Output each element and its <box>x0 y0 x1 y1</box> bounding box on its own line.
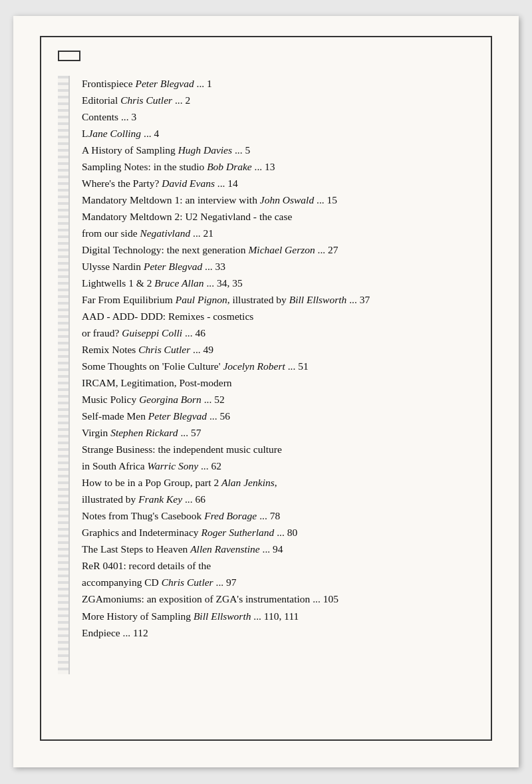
list-item: AAD - ADD- DDD: Remixes - cosmetics <box>82 309 474 325</box>
entries-list: Frontispiece Peter Blegvad ... 1Editoria… <box>82 76 474 674</box>
list-item: Contents ... 3 <box>82 109 474 125</box>
list-item: Mandatory Meltdown 2: U2 Negativland - t… <box>82 209 474 225</box>
list-item: LJane Colling ... 4 <box>82 126 474 142</box>
left-decorative-border <box>58 76 70 674</box>
list-item: Ulysse Nardin Peter Blegvad ... 33 <box>82 259 474 275</box>
list-item: from our side Negativland ... 21 <box>82 225 474 241</box>
list-item: illustrated by Frank Key ... 66 <box>82 491 474 507</box>
list-item: Mandatory Meltdown 1: an interview with … <box>82 192 474 208</box>
list-item: Far From Equilibrium Paul Pignon, illust… <box>82 292 474 308</box>
list-item: More History of Sampling Bill Ellsworth … <box>82 608 474 624</box>
list-item: Endpiece ... 112 <box>82 625 474 641</box>
list-item: Digital Technology: the next generation … <box>82 242 474 258</box>
list-item: Frontispiece Peter Blegvad ... 1 <box>82 76 474 92</box>
outer-border: Frontispiece Peter Blegvad ... 1Editoria… <box>40 36 492 741</box>
list-item: ZGAmoniums: an exposition of ZGA's instr… <box>82 591 474 607</box>
list-item: IRCAM, Legitimation, Post-modern <box>82 375 474 391</box>
list-item: Where's the Party? David Evans ... 14 <box>82 176 474 192</box>
list-item: Graphics and Indeterminacy Roger Sutherl… <box>82 525 474 541</box>
list-item: How to be in a Pop Group, part 2 Alan Je… <box>82 475 474 491</box>
list-item: Sampling Notes: in the studio Bob Drake … <box>82 159 474 175</box>
list-item: Remix Notes Chris Cutler ... 49 <box>82 342 474 358</box>
list-item: Some Thoughts on 'Folie Culture' Jocelyn… <box>82 358 474 374</box>
list-item: in South Africa Warric Sony ... 62 <box>82 458 474 474</box>
list-item: A History of Sampling Hugh Davies ... 5 <box>82 142 474 158</box>
list-item: The Last Steps to Heaven Allen Ravenstin… <box>82 541 474 557</box>
list-item: ReR 0401: record details of the <box>82 558 474 574</box>
list-item: or fraud? Guiseppi Colli ... 46 <box>82 325 474 341</box>
list-item: accompanying CD Chris Cutler ... 97 <box>82 575 474 590</box>
list-item: Notes from Thug's Casebook Fred Borage .… <box>82 508 474 524</box>
list-item: Music Policy Georgina Born ... 52 <box>82 392 474 408</box>
list-item: Lightwells 1 & 2 Bruce Allan ... 34, 35 <box>82 275 474 291</box>
list-item: Strange Business: the independent music … <box>82 442 474 457</box>
contents-body: Frontispiece Peter Blegvad ... 1Editoria… <box>58 76 474 674</box>
list-item: Editorial Chris Cutler ... 2 <box>82 92 474 108</box>
page: Frontispiece Peter Blegvad ... 1Editoria… <box>13 16 519 767</box>
title-box <box>58 51 80 61</box>
list-item: Self-made Men Peter Blegvad ... 56 <box>82 408 474 424</box>
list-item: Virgin Stephen Rickard ... 57 <box>82 425 474 441</box>
